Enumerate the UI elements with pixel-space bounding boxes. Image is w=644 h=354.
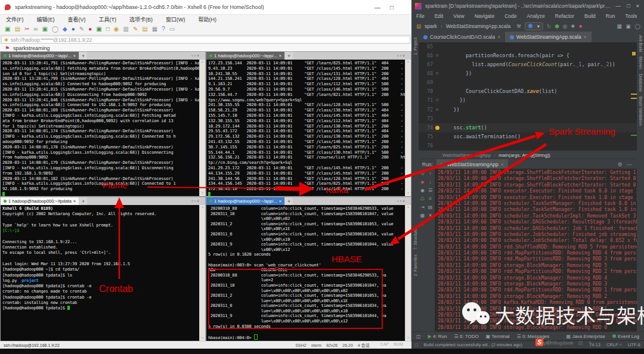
open-folder-icon[interactable]: ▤ (14, 26, 20, 33)
toolwindow-bean-validation[interactable]: Bean Validation (639, 97, 643, 126)
idea-menu-item[interactable]: Navigate (475, 13, 495, 19)
toolwindow-database[interactable]: Database (639, 74, 643, 92)
xshell-menu-item[interactable]: 工具(T) (99, 15, 117, 23)
new-tab-button[interactable]: + (285, 197, 293, 205)
xshell-menu-item[interactable]: 文件(F) (6, 15, 24, 23)
file-encoding[interactable]: UTF-8 (628, 342, 640, 347)
minimize-icon[interactable]: — (615, 3, 621, 9)
vcs-stripe-mark[interactable] (631, 135, 637, 136)
code-line[interactable]: 76 (419, 141, 637, 150)
disconnect-icon[interactable]: ✂ (24, 26, 29, 33)
terminal-tab[interactable]: 1 hadoop@hadoop000:~/app/... × (206, 52, 284, 60)
ime-tool-icon[interactable]: ▤ (578, 340, 583, 346)
soft-wrap-icon[interactable]: ☰ (428, 188, 432, 193)
run-console[interactable]: 20/03/11 14:09:00 INFO storage.ShuffleBl… (435, 169, 637, 332)
exit-icon[interactable]: ⇥ (420, 204, 425, 210)
scrollbar[interactable]: ˄˅ (405, 60, 411, 196)
terminal-window-icon[interactable]: ▣ (626, 23, 630, 29)
rerun-icon[interactable]: ↻ (420, 171, 425, 176)
dump-threads-icon[interactable]: ◉ (420, 188, 425, 193)
idea-menu-item[interactable]: Run (606, 13, 615, 19)
sogou-icon[interactable]: S (535, 339, 543, 346)
line-separator[interactable]: CRLF ÷ (606, 342, 622, 347)
close-icon[interactable]: × (636, 3, 639, 9)
idea-menu-item[interactable]: Edit (435, 13, 444, 19)
toolwindow-toggle-icon[interactable]: □ (415, 342, 418, 347)
intention-bulb-icon[interactable] (435, 126, 439, 130)
build-status[interactable]: Build completed successfully wit.. (2 mi… (424, 342, 523, 347)
idea-menu-item[interactable]: Build (584, 13, 596, 19)
search-everywhere-icon[interactable]: ◯ (634, 23, 640, 29)
tab-nav-arrows[interactable]: ‹ › ˅ (397, 197, 411, 205)
code-editor[interactable]: 6566⊟ partitionRecords.foreach(pair => {… (419, 42, 637, 150)
scrollbar[interactable]: ˄˅ (405, 205, 411, 341)
address-field[interactable]: ◉ ssh://hadoop:******@192.168.1.9:22 (1, 36, 410, 44)
ime-mode[interactable]: 中 (546, 339, 552, 346)
bar-event-log[interactable]: Event Log (612, 334, 639, 339)
code-line[interactable]: 70 CourseClickCountDAO.save(list) (419, 87, 637, 96)
tab-courseclickcountdao[interactable]: CourseClickCountDAO.scala× (419, 32, 505, 42)
lock-icon[interactable]: ◉ (114, 26, 119, 33)
xshell-menu-item[interactable]: 查看(V) (68, 15, 86, 23)
toolwindow-structure[interactable]: 7: Structure (413, 228, 417, 250)
fullscreen-icon[interactable]: □ (106, 26, 110, 33)
session-name[interactable]: sparkstreaming (13, 45, 50, 51)
idea-menu-item[interactable]: Tools (625, 13, 637, 19)
flume-terminal[interactable]: 2020-03-11 13:28:41,791 (SinkRunner-Poll… (1, 60, 200, 196)
maximize-icon[interactable]: □ (385, 4, 398, 11)
help-icon[interactable]: ? (162, 26, 165, 33)
ime-tool-icon[interactable]: ” (555, 340, 556, 346)
tab-webstatstreamingapp[interactable]: WebStatStreamingApp.scala× (505, 32, 591, 42)
terminal-tab-active[interactable]: 1 hadoop@hadoop000:~/app/... × (206, 197, 284, 205)
minimize-icon[interactable]: — (371, 4, 384, 11)
idea-menu-item[interactable]: File (416, 13, 425, 19)
new-tab-button[interactable]: + (79, 197, 87, 205)
window-menu-icon[interactable]: ◫ (416, 334, 421, 339)
record-icon[interactable]: ● (88, 26, 92, 33)
tab-nav-arrows[interactable]: ‹ › ˅ (397, 52, 411, 60)
layout-icon[interactable]: ▦ (152, 26, 157, 33)
find-icon[interactable]: ◯ (52, 26, 58, 33)
toolwindow-ant-build[interactable]: Ant Build (639, 35, 643, 52)
pin-icon[interactable]: ✚ (420, 221, 425, 226)
toolwindow-project[interactable]: 1: Project (413, 38, 417, 55)
xshell-menu-item[interactable]: 窗口(W) (166, 15, 185, 23)
hide-icon[interactable]: — (627, 162, 633, 167)
shell-terminal[interactable]: Xshell 6 (Build 0189)Copyright (c) 2002 … (1, 205, 200, 341)
tab-nav-arrows[interactable]: ‹ › ˅ (191, 52, 205, 60)
new-tab-icon[interactable]: ▣ (42, 26, 47, 33)
error-stripe-mark[interactable] (632, 52, 636, 55)
idea-menu-item[interactable]: Refactor (555, 13, 574, 19)
reconnect-icon[interactable]: ∞ (33, 26, 38, 33)
code-line[interactable]: 72⊟ }) (419, 105, 637, 114)
terminal-tab[interactable]: 1 hadoop@hadoop000:~/tpdata × (1, 197, 79, 205)
profiler-button[interactable]: ❖ (571, 23, 575, 29)
code-line[interactable]: 67 list.append(CourseClickCount(pair._1,… (419, 60, 637, 69)
toolwindow-maven[interactable]: Maven (639, 57, 643, 69)
layout-icon[interactable]: ▦ (420, 213, 425, 218)
idea-titlebar[interactable]: sparktrain [D:\sparkstreaming\sparktrain… (411, 0, 644, 12)
hbase-terminal[interactable]: 20200310_88 column=info:click_count, tim… (206, 205, 405, 341)
scrollbar[interactable]: ˄˅ (199, 205, 205, 341)
toolbar-crumb-file[interactable]: WebStatStreamingApp.scala (446, 23, 511, 29)
run-config-selector[interactable]: ▾ (525, 22, 543, 30)
warning-stripe-mark[interactable] (631, 98, 637, 99)
code-line[interactable]: 68⊟ }) (419, 69, 637, 78)
toolwindow-favorites[interactable]: 2: Favorites (413, 254, 417, 277)
ime-tool-icon[interactable]: ⊙ (561, 340, 566, 346)
compose-icon[interactable]: ✎ (79, 26, 84, 33)
terminal-tab[interactable]: 1 hadoop@hadoop000:~/app/... × (1, 52, 79, 60)
xshell-menu-item[interactable]: 选项卡(B) (129, 15, 153, 23)
new-folder-icon[interactable]: ▤ (142, 26, 147, 33)
run-button[interactable]: ↻ (547, 23, 551, 29)
breadcrumb-class[interactable]: WebStatStreamingApp (442, 153, 491, 158)
highlight-pen-icon[interactable]: ✎ (133, 26, 138, 33)
stop-button[interactable]: ■ (579, 23, 582, 29)
up-stack-icon[interactable]: ↑ (429, 171, 432, 176)
kafka-terminal[interactable]: 172.23.156.144 2020-03-11 14:09:01 "GET … (206, 60, 405, 196)
xshell-menu-item[interactable]: 帮助(H) (199, 15, 217, 23)
new-tab-button[interactable]: + (285, 52, 293, 60)
clear-icon[interactable]: ✕ (428, 213, 432, 218)
code-line[interactable]: 73 (419, 114, 637, 123)
code-line[interactable]: 74 ssc.start() (419, 123, 637, 132)
